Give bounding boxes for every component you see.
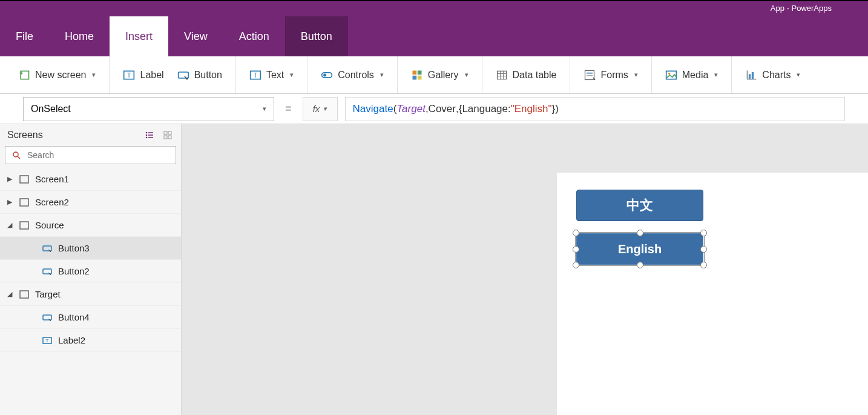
svg-rect-43 bbox=[43, 246, 51, 251]
forms-label: Forms bbox=[600, 70, 628, 81]
grid-view-icon[interactable] bbox=[162, 129, 174, 141]
artboard-source[interactable]: 中文 English bbox=[557, 173, 868, 415]
controls-dropdown[interactable]: Controls ▾ bbox=[317, 67, 387, 84]
svg-rect-14 bbox=[497, 71, 506, 79]
new-screen-button[interactable]: New screen ▾ bbox=[15, 67, 99, 84]
formula-token-string: "English" bbox=[511, 103, 552, 115]
svg-rect-35 bbox=[168, 131, 171, 134]
svg-rect-26 bbox=[749, 74, 751, 79]
svg-rect-40 bbox=[20, 176, 28, 183]
svg-rect-37 bbox=[168, 136, 171, 139]
canvas-button-chinese[interactable]: 中文 bbox=[576, 190, 703, 221]
media-dropdown[interactable]: Media ▾ bbox=[662, 67, 722, 84]
data-table-button[interactable]: Data table bbox=[492, 67, 561, 84]
tree-label: Target bbox=[35, 289, 61, 299]
svg-rect-13 bbox=[418, 75, 422, 79]
new-screen-icon bbox=[18, 69, 30, 81]
ribbon-toolbar: New screen ▾ T Label Button T Text ▾ bbox=[0, 56, 868, 94]
screens-header: Screens bbox=[0, 124, 181, 146]
svg-rect-41 bbox=[20, 199, 28, 206]
svg-rect-10 bbox=[412, 70, 416, 75]
work-area: Screens Search ▶ Screen1 bbox=[0, 124, 868, 415]
tab-file[interactable]: File bbox=[0, 16, 49, 56]
label-label: Label bbox=[140, 70, 163, 81]
expand-icon[interactable]: ▶ bbox=[6, 175, 13, 183]
tree-item-button2[interactable]: Button2 bbox=[0, 260, 181, 283]
svg-point-23 bbox=[668, 72, 670, 74]
tree-label: Button4 bbox=[58, 312, 90, 322]
screen-icon bbox=[18, 173, 30, 185]
forms-icon bbox=[584, 69, 596, 81]
media-label: Media bbox=[682, 70, 709, 81]
tab-insert[interactable]: Insert bbox=[110, 16, 168, 56]
tree-label: Screen1 bbox=[35, 174, 69, 184]
tree-item-button3[interactable]: Button3 bbox=[0, 237, 181, 260]
formula-bar: OnSelect ▾ = fx ▾ Navigate(Target,Cover,… bbox=[0, 94, 868, 124]
search-input[interactable]: Search bbox=[5, 146, 176, 164]
collapse-icon[interactable]: ◢ bbox=[6, 221, 13, 229]
charts-icon bbox=[745, 69, 757, 81]
toggle-icon bbox=[321, 69, 333, 81]
tree-item-source[interactable]: ◢ Source bbox=[0, 214, 181, 237]
svg-text:T: T bbox=[127, 72, 131, 79]
formula-input[interactable]: Navigate(Target,Cover,{Language:"English… bbox=[345, 97, 845, 121]
tree-item-target[interactable]: ◢ Target bbox=[0, 283, 181, 306]
charts-dropdown[interactable]: Charts ▾ bbox=[741, 67, 804, 84]
button-node-icon bbox=[41, 265, 53, 277]
tab-action[interactable]: Action bbox=[223, 16, 285, 56]
formula-token-identifier: Target bbox=[396, 103, 426, 115]
tab-view[interactable]: View bbox=[168, 16, 223, 56]
new-screen-label: New screen bbox=[35, 70, 86, 81]
tree-item-label2[interactable]: T Label2 bbox=[0, 329, 181, 352]
tree-item-button4[interactable]: Button4 bbox=[0, 306, 181, 329]
chevron-down-icon: ▾ bbox=[797, 71, 800, 79]
canvas-button-english-selected[interactable]: English bbox=[576, 233, 703, 265]
svg-rect-44 bbox=[43, 269, 51, 274]
fx-button[interactable]: fx ▾ bbox=[303, 97, 338, 121]
screen-icon bbox=[18, 196, 30, 208]
gallery-icon bbox=[411, 69, 423, 81]
tree-item-screen1[interactable]: ▶ Screen1 bbox=[0, 168, 181, 191]
property-selector[interactable]: OnSelect ▾ bbox=[23, 97, 274, 121]
text-icon: T bbox=[249, 69, 261, 81]
chevron-down-icon: ▾ bbox=[290, 71, 294, 79]
chevron-down-icon: ▾ bbox=[634, 71, 638, 79]
tree-item-screen2[interactable]: ▶ Screen2 bbox=[0, 191, 181, 214]
chevron-down-icon: ▾ bbox=[263, 105, 266, 113]
expand-icon[interactable]: ▶ bbox=[6, 198, 13, 206]
menu-bar: File Home Insert View Action Button bbox=[0, 16, 868, 56]
screen-icon bbox=[18, 219, 30, 231]
search-placeholder: Search bbox=[27, 150, 54, 160]
svg-rect-45 bbox=[20, 291, 28, 298]
tab-home[interactable]: Home bbox=[49, 16, 110, 56]
svg-rect-46 bbox=[43, 315, 51, 320]
window-title: App - PowerApps bbox=[771, 4, 832, 13]
svg-text:T: T bbox=[46, 338, 49, 344]
formula-token-function: Navigate bbox=[353, 103, 393, 115]
button-button[interactable]: Button bbox=[174, 67, 226, 84]
svg-rect-11 bbox=[418, 70, 422, 75]
text-label: Text bbox=[266, 70, 284, 81]
svg-rect-12 bbox=[412, 75, 416, 79]
svg-rect-19 bbox=[585, 70, 594, 79]
label-button[interactable]: T Label bbox=[119, 67, 167, 84]
chevron-down-icon: ▾ bbox=[323, 105, 327, 113]
forms-dropdown[interactable]: Forms ▾ bbox=[580, 67, 641, 84]
gallery-dropdown[interactable]: Gallery ▾ bbox=[407, 67, 472, 84]
collapse-icon[interactable]: ◢ bbox=[6, 290, 13, 298]
label-node-icon: T bbox=[41, 334, 53, 347]
svg-rect-36 bbox=[164, 136, 167, 139]
screens-tree: ▶ Screen1 ▶ Screen2 ◢ Source Button3 bbox=[0, 168, 181, 415]
list-view-icon[interactable] bbox=[143, 129, 156, 141]
svg-rect-42 bbox=[20, 222, 28, 229]
canvas-button-english[interactable]: English bbox=[576, 233, 703, 265]
text-dropdown[interactable]: T Text ▾ bbox=[246, 67, 297, 84]
property-value: OnSelect bbox=[31, 104, 71, 115]
chevron-down-icon: ▾ bbox=[92, 71, 96, 79]
media-icon bbox=[665, 69, 677, 81]
tab-button-context[interactable]: Button bbox=[285, 16, 348, 56]
screen-icon bbox=[18, 288, 30, 300]
screens-title: Screens bbox=[7, 130, 43, 141]
button-text: English bbox=[618, 242, 662, 256]
canvas[interactable]: 中文 English bbox=[182, 124, 868, 415]
